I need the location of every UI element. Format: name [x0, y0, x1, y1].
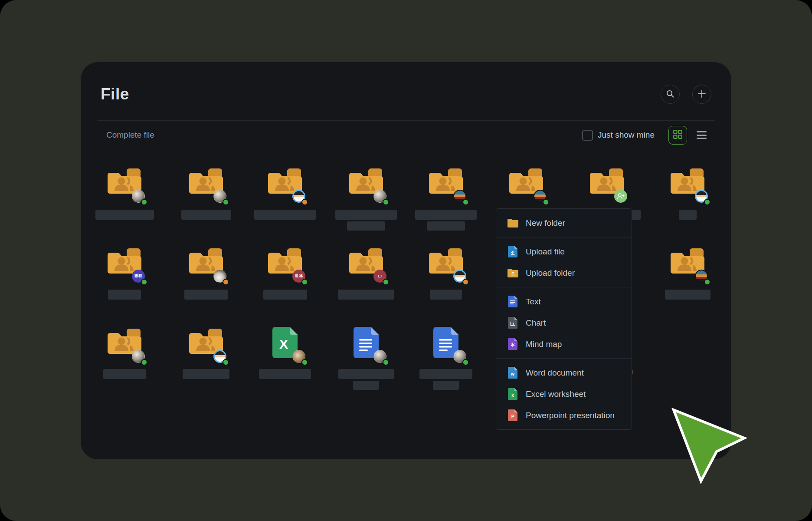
upload-folder-icon: [507, 268, 518, 277]
header-divider: [98, 120, 715, 121]
menu-group: Upload file Upload folder: [496, 237, 632, 287]
menu-item-label: Chart: [526, 318, 546, 328]
file-manager-window: File Complete file: [81, 62, 731, 459]
section-label: Complete file: [106, 130, 154, 140]
file-label-skeleton: [415, 210, 477, 220]
file-label-skeleton: [353, 381, 379, 390]
file-label-skeleton: [263, 290, 307, 300]
menu-group: wWord document xExcel worksheet PPowerpo…: [496, 359, 632, 429]
menu-item-new-folder[interactable]: New folder: [496, 212, 632, 234]
add-button[interactable]: [692, 85, 711, 104]
upload-file-icon: [507, 246, 518, 257]
file-label-skeleton: [347, 221, 385, 231]
status-dot-green: [383, 199, 389, 205]
file-label-skeleton: [103, 369, 146, 379]
status-dot-green: [462, 199, 469, 205]
status-dot-green: [141, 199, 147, 205]
list-view-button[interactable]: [694, 129, 707, 142]
menu-item-label: Mind map: [526, 340, 562, 349]
status-dot-orange: [223, 279, 229, 285]
menu-item-label: New folder: [526, 218, 565, 228]
grid-view-button[interactable]: [668, 126, 687, 145]
status-dot-green: [704, 279, 710, 285]
svg-text:P: P: [511, 414, 514, 419]
file-label-skeleton: [665, 290, 710, 300]
status-dot-orange: [301, 199, 308, 205]
svg-text:x: x: [511, 393, 514, 398]
list-view-icon-bar: [697, 138, 707, 139]
file-label-skeleton: [338, 369, 394, 379]
ppt-doc-icon: P: [507, 409, 518, 421]
svg-text:X: X: [279, 337, 288, 351]
word-doc-icon: w: [507, 367, 518, 379]
window-header: File: [81, 62, 731, 120]
excel-doc-icon: x: [507, 388, 518, 400]
menu-group: Text Chart Mind map: [496, 287, 632, 359]
page-title: File: [101, 85, 129, 103]
file-label-skeleton: [419, 369, 472, 379]
mindmap-doc-icon: [507, 338, 518, 350]
menu-item-powerpoint-presentation[interactable]: PPowerpoint presentation: [496, 405, 632, 426]
toolbar: Complete file Just show mine: [81, 125, 731, 145]
status-dot-orange: [462, 279, 469, 285]
file-label-skeleton: [338, 290, 394, 300]
status-dot-green: [301, 359, 308, 366]
just-show-mine-checkbox[interactable]: [582, 130, 593, 141]
status-dot-green: [543, 199, 549, 205]
file-label-skeleton: [108, 290, 141, 300]
status-dot-green: [141, 279, 147, 285]
status-dot-green: [141, 359, 147, 366]
file-label-skeleton: [95, 210, 154, 220]
toolbar-controls: Just show mine: [582, 126, 707, 145]
status-dot-green: [223, 359, 229, 366]
file-label-skeleton: [433, 381, 459, 390]
menu-item-label: Upload file: [526, 247, 565, 257]
just-show-mine-label: Just show mine: [598, 130, 655, 140]
status-dot-green: [223, 199, 229, 205]
menu-item-excel-worksheet[interactable]: xExcel worksheet: [496, 383, 632, 405]
list-view-icon-bar: [697, 131, 707, 132]
list-view-icon-bar: [697, 135, 707, 136]
view-toggle: [668, 126, 707, 145]
just-show-mine-toggle[interactable]: Just show mine: [582, 130, 655, 141]
status-dot-green: [301, 279, 308, 285]
header-actions: [661, 85, 711, 104]
svg-text:w: w: [511, 372, 514, 376]
file-label-skeleton: [430, 290, 462, 300]
chart-doc-icon: [507, 317, 518, 329]
menu-item-mind-map[interactable]: Mind map: [496, 333, 632, 355]
member-badge-icon: [614, 190, 627, 203]
menu-item-upload-folder[interactable]: Upload folder: [496, 262, 632, 284]
new-folder-icon: [507, 218, 518, 228]
search-icon: [665, 89, 675, 100]
file-label-skeleton: [679, 210, 697, 220]
menu-item-label: Powerpoint presentation: [526, 411, 615, 420]
menu-item-label: Upload folder: [526, 268, 575, 278]
menu-item-label: Word document: [526, 368, 584, 378]
plus-icon: [697, 89, 707, 100]
status-dot-green: [383, 279, 389, 285]
status-dot-green: [383, 359, 389, 366]
file-label-skeleton: [427, 221, 465, 231]
menu-item-label: Excel worksheet: [526, 389, 586, 399]
menu-group: New folder: [496, 209, 632, 237]
menu-item-word-document[interactable]: wWord document: [496, 362, 632, 383]
file-label-skeleton: [254, 210, 316, 220]
menu-item-upload-file[interactable]: Upload file: [496, 241, 632, 262]
search-button[interactable]: [661, 85, 680, 104]
status-dot-green: [704, 199, 710, 205]
menu-item-chart[interactable]: Chart: [496, 312, 632, 333]
create-context-menu: New folder Upload file Upload folder Tex…: [496, 208, 632, 430]
status-dot-green: [462, 359, 469, 366]
menu-item-text[interactable]: Text: [496, 291, 632, 312]
grid-view-icon: [673, 130, 682, 140]
file-label-skeleton: [181, 210, 231, 220]
file-label-skeleton: [184, 290, 228, 300]
file-label-skeleton: [183, 369, 229, 379]
file-label-skeleton: [335, 210, 397, 220]
text-doc-icon: [507, 296, 518, 307]
file-label-skeleton: [259, 369, 311, 379]
menu-item-label: Text: [526, 297, 541, 307]
